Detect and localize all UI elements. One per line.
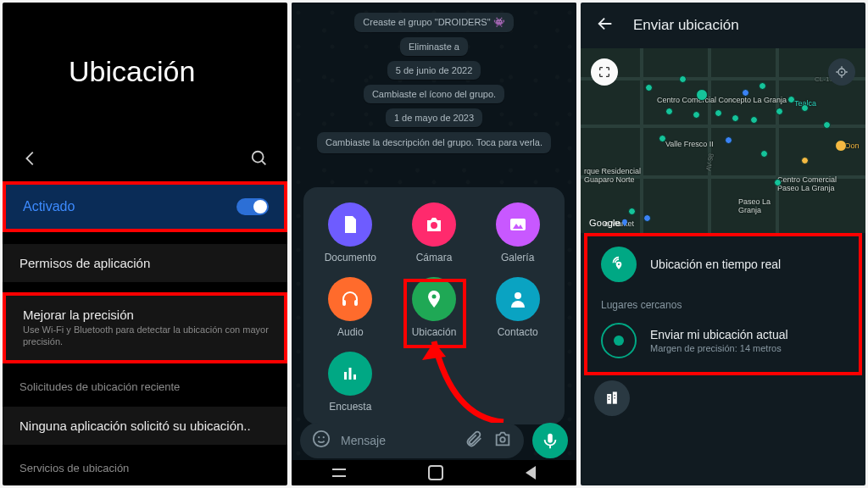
map-poi[interactable]: [742, 89, 749, 97]
map-poi[interactable]: [645, 84, 653, 92]
whatsapp-chat-attach: Creaste el grupo "DROIDERS" 👾 Eliminaste…: [292, 3, 576, 485]
appbar-title: Enviar ubicación: [633, 17, 739, 34]
svg-rect-10: [349, 368, 352, 380]
android-navbar: [292, 460, 576, 485]
svg-point-8: [515, 292, 521, 299]
location-master-toggle-row[interactable]: Activado: [6, 185, 284, 229]
attach-gallery[interactable]: Galería: [480, 202, 556, 263]
map-poi[interactable]: [659, 135, 666, 142]
map-poi[interactable]: [776, 108, 783, 115]
live-location-icon: [601, 247, 637, 282]
app-permissions-row[interactable]: Permisos de aplicación: [3, 244, 287, 282]
map-poi[interactable]: [628, 208, 636, 215]
map-poi[interactable]: [759, 82, 766, 90]
chat-system-messages: Creaste el grupo "DROIDERS" 👾 Eliminaste…: [292, 3, 576, 153]
svg-rect-17: [548, 434, 553, 443]
search-icon[interactable]: [250, 149, 269, 171]
map-poi[interactable]: [725, 136, 732, 144]
attach-camera[interactable]: Cámara: [396, 202, 472, 263]
attach-location[interactable]: Ubicación: [396, 277, 472, 338]
map-poi[interactable]: [835, 140, 847, 152]
send-current-title: Enviar mi ubicación actual: [650, 328, 788, 341]
emoji-icon[interactable]: [312, 430, 331, 452]
map-poi[interactable]: [679, 75, 687, 83]
attach-icon[interactable]: [465, 430, 483, 452]
recent-requests-none: Ninguna aplicación solicitó su ubicación…: [3, 407, 287, 445]
fullscreen-button[interactable]: [591, 58, 618, 86]
back-icon[interactable]: [21, 149, 40, 171]
map-poi[interactable]: [715, 109, 722, 117]
my-location-button[interactable]: [828, 58, 855, 86]
message-input[interactable]: Mensaje: [300, 423, 524, 458]
improve-subtitle: Use Wi-Fi y Bluetooth para detectar la u…: [23, 324, 270, 348]
android-location-settings: Ubicación Activado Permisos de aplicació…: [3, 3, 287, 485]
live-location-label: Ubicación en tiempo real: [650, 258, 781, 271]
send-current-label: Enviar mi ubicación actual Margen de pre…: [650, 328, 788, 353]
map-poi[interactable]: [750, 116, 758, 124]
activated-label: Activado: [23, 199, 75, 214]
map-poi[interactable]: [693, 111, 700, 119]
attach-audio-label: Audio: [337, 326, 364, 338]
map-poi[interactable]: [643, 214, 651, 222]
sys-date-2: 1 de mayo de 2023: [386, 108, 482, 127]
svg-point-16: [500, 437, 505, 442]
svg-rect-32: [615, 397, 615, 398]
attach-audio[interactable]: Audio: [312, 277, 388, 338]
map-poi[interactable]: [665, 108, 673, 115]
camera-shortcut-icon[interactable]: [493, 430, 512, 452]
map-poi[interactable]: [787, 96, 795, 103]
attach-document-label: Documento: [325, 252, 376, 263]
attach-document[interactable]: Documento: [312, 202, 388, 263]
attach-sheet: Documento Cámara Galería Audio Ubicación…: [303, 187, 565, 424]
toolbar: [3, 149, 287, 171]
highlight-activated: Activado: [3, 181, 287, 232]
voice-message-button[interactable]: [532, 423, 568, 458]
sys-desc-changed[interactable]: Cambiaste la descripción del grupo. Toca…: [317, 132, 551, 153]
map-poi[interactable]: [801, 157, 809, 164]
nav-home[interactable]: [428, 465, 443, 480]
map-poi[interactable]: [760, 150, 768, 158]
svg-rect-29: [609, 396, 609, 397]
gallery-icon: [496, 202, 540, 247]
map-label-cc: Centro Comercial Concepto La Granja: [657, 96, 787, 104]
building-icon: [594, 380, 630, 416]
attach-gallery-label: Galería: [501, 252, 534, 263]
back-arrow-icon[interactable]: [596, 14, 615, 36]
recent-none-label: Ninguna aplicación solicitó su ubicación…: [19, 419, 251, 433]
nearby-place-row[interactable]: [581, 375, 865, 426]
map-poi[interactable]: [774, 179, 782, 186]
message-input-bar: Mensaje: [300, 423, 568, 458]
map-label-don: Don: [845, 141, 860, 150]
location-pin-icon: [412, 277, 456, 321]
send-current-location-row[interactable]: Enviar mi ubicación actual Margen de pre…: [587, 313, 859, 369]
svg-point-15: [323, 436, 325, 438]
nav-back[interactable]: [526, 466, 536, 480]
map-label-paseo: Centro Comercial Paseo La Granja: [777, 175, 859, 192]
svg-rect-11: [353, 374, 356, 380]
svg-point-14: [318, 436, 320, 438]
map-poi[interactable]: [696, 89, 708, 101]
svg-rect-27: [607, 394, 611, 404]
live-location-row[interactable]: Ubicación en tiempo real: [587, 236, 859, 292]
improve-accuracy-row[interactable]: Mejorar la precisión Use Wi-Fi y Bluetoo…: [6, 296, 284, 360]
sys-created-group: Creaste el grupo "DROIDERS" 👾: [354, 13, 513, 32]
section-recent-requests: Solicitudes de ubicación reciente: [3, 375, 287, 395]
attach-poll[interactable]: Encuesta: [312, 352, 388, 413]
map-poi[interactable]: [732, 114, 739, 122]
map-label-paseo2: Paseo La Granja: [738, 197, 789, 214]
message-placeholder: Mensaje: [341, 434, 454, 447]
map-poi[interactable]: [823, 121, 831, 129]
nav-recent[interactable]: [332, 469, 346, 477]
map-view[interactable]: Centro Comercial Concepto La Granja Teal…: [581, 48, 865, 233]
sys-removed: Eliminaste a: [400, 37, 468, 56]
svg-rect-6: [354, 300, 358, 306]
sys-date-1: 5 de junio de 2022: [387, 61, 481, 80]
attach-contact[interactable]: Contacto: [480, 277, 556, 338]
attach-camera-label: Cámara: [416, 252, 453, 263]
svg-point-2: [431, 222, 437, 229]
svg-point-0: [253, 152, 264, 163]
highlight-improve: Mejorar la precisión Use Wi-Fi y Bluetoo…: [3, 292, 287, 363]
toggle-on[interactable]: [236, 198, 269, 215]
svg-point-13: [314, 431, 329, 446]
map-poi[interactable]: [801, 104, 809, 112]
